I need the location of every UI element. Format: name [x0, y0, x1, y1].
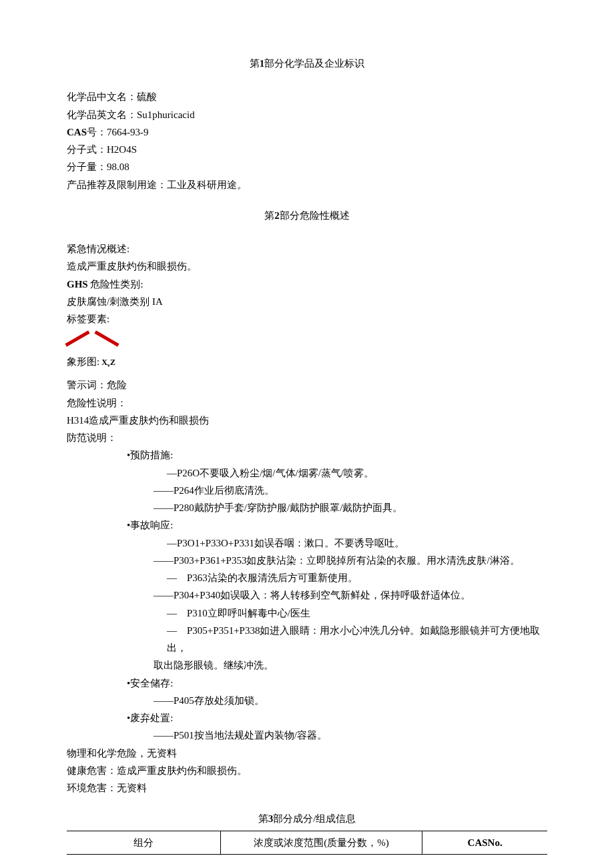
composition-table: 组分 浓度或浓度范围(质量分数，%) CASNo. — [67, 831, 547, 855]
pictogram-label: 象形图: XvZ — [67, 353, 547, 371]
ghs-category-value: 皮肤腐蚀/刺激类别 IA — [67, 293, 547, 310]
table-col-concentration: 浓度或浓度范围(质量分数，%) — [220, 831, 422, 854]
disposal-heading: •废弃处置: — [67, 709, 547, 727]
hazard-h314: H314造成严重皮肤灼伤和眼损伤 — [67, 412, 547, 429]
precautionary-label: 防范说明： — [67, 429, 547, 446]
table-col-casno: CASNo. — [422, 831, 547, 854]
emergency-overview-value: 造成严重皮肤灼伤和眼损伤。 — [67, 258, 547, 275]
p301: —P3O1+P33O+P331如误吞咽：漱口。不要诱导呕吐。 — [67, 534, 547, 552]
section-3-title: 第3部分成分/组成信息 — [67, 810, 547, 827]
p310: — P310立即呼叫解毒中心/医生 — [67, 604, 547, 622]
table-col-component: 组分 — [67, 831, 220, 854]
p363: — P363沾染的衣服清洗后方可重新使用。 — [67, 569, 547, 586]
p264: ——P264作业后彻底清洗。 — [67, 482, 547, 499]
p501: ——P501按当地法规处置内装物/容器。 — [67, 727, 547, 744]
p303: ——P303+P361+P353如皮肤沾染：立即脱掉所有沾染的衣服。用水清洗皮肤… — [67, 552, 547, 569]
chemical-cn-name: 化学品中文名：硫酸 — [67, 88, 547, 105]
storage-heading: •安全储存: — [67, 675, 547, 692]
response-heading: •事故响应: — [67, 516, 547, 534]
section-1-title: 第1部分化学品及企业标识 — [67, 55, 547, 72]
label-elements: 标签要素: — [67, 310, 547, 328]
p304: ——P304+P340如误吸入：将人转移到空气新鲜处，保持呼吸舒适体位。 — [67, 586, 547, 604]
cas-number: CAS号：7664-93-9 — [67, 123, 547, 141]
phys-chem-hazard: 物理和化学危险，无资料 — [67, 745, 547, 762]
product-usage: 产品推荐及限制用途：工业及科研用途。 — [67, 176, 547, 193]
p260: —P26O不要吸入粉尘/烟/气体/烟雾/蒸气/喷雾。 — [67, 464, 547, 482]
molecular-weight: 分子量：98.08 — [67, 158, 547, 175]
signal-word: 警示词：危险 — [67, 376, 547, 394]
ghs-category-label: GHS 危险性类别: — [67, 276, 547, 293]
p405: ——P405存放处须加锁。 — [67, 692, 547, 709]
section-2-title: 第2部分危险性概述 — [67, 207, 547, 224]
env-hazard: 环境危害：无资料 — [67, 779, 547, 797]
section-2-body: 紧急情况概述: 造成严重皮肤灼伤和眼损伤。 GHS 危险性类别: 皮肤腐蚀/刺激… — [67, 240, 547, 797]
p280: ——P280戴防护手套/穿防护服/戴防护眼罩/戴防护面具。 — [67, 499, 547, 516]
chemical-en-name: 化学品英文名：Su1phuricacid — [67, 106, 547, 123]
section-1-body: 化学品中文名：硫酸 化学品英文名：Su1phuricacid CAS号：7664… — [67, 88, 547, 193]
emergency-overview-label: 紧急情况概述: — [67, 240, 547, 258]
molecular-formula: 分子式：H2O4S — [67, 141, 547, 158]
p305-cont: 取出隐形眼镜。继续冲洗。 — [67, 657, 547, 674]
ghs-pictogram-icon — [67, 329, 120, 349]
health-hazard: 健康危害：造成严重皮肤灼伤和眼损伤。 — [67, 762, 547, 779]
p305: — P305+P351+P338如进入眼睛：用水小心冲洗几分钟。如戴隐形眼镜并可… — [67, 622, 547, 657]
prevention-heading: •预防措施: — [67, 446, 547, 464]
hazard-statement-label: 危险性说明： — [67, 394, 547, 412]
